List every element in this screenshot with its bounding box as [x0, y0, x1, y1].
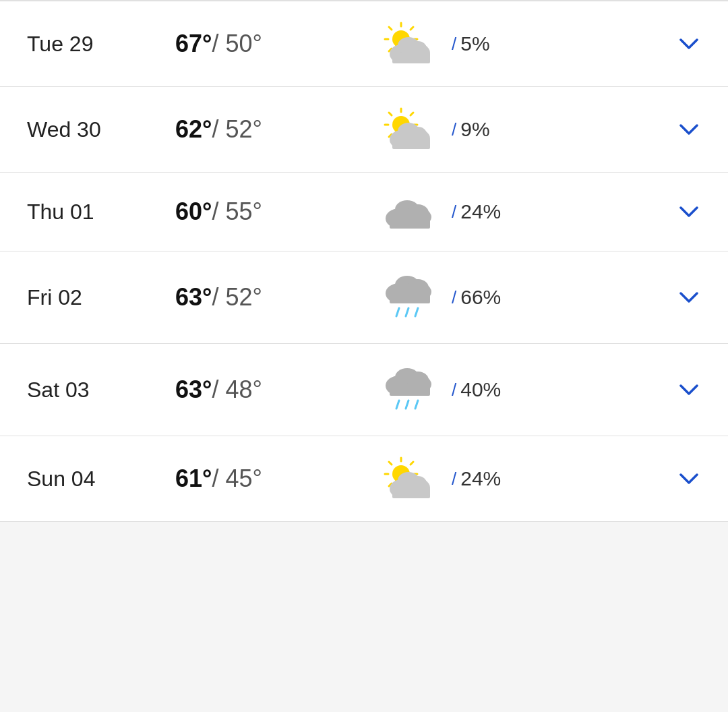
temp-range: 67°/ 50° — [175, 30, 364, 58]
svg-rect-45 — [390, 384, 430, 396]
day-label: Fri 02 — [27, 285, 175, 310]
temp-range: 62°/ 52° — [175, 115, 364, 144]
weather-row[interactable]: Tue 29 67°/ 50° — [0, 1, 728, 87]
svg-line-40 — [415, 308, 418, 316]
raindrop-icon: / — [452, 469, 456, 489]
weather-icon — [364, 20, 452, 67]
precip-value: 9% — [460, 118, 489, 141]
expand-chevron[interactable] — [559, 117, 701, 142]
svg-rect-27 — [392, 138, 430, 149]
weather-row[interactable]: Fri 02 63°/ 52° / 66% — [0, 251, 728, 344]
raindrop-icon: / — [452, 202, 456, 222]
precip-chance: / 9% — [452, 118, 559, 141]
svg-line-5 — [389, 27, 392, 30]
temp-high: 63° — [175, 283, 212, 311]
precip-chance: / 24% — [452, 467, 559, 490]
temp-low: 52° — [225, 115, 262, 143]
precip-chance: / 5% — [452, 32, 559, 55]
weather-icon — [364, 455, 452, 502]
day-label: Wed 30 — [27, 117, 175, 142]
temp-high: 63° — [175, 376, 212, 403]
svg-line-48 — [415, 400, 418, 409]
temp-low: 48° — [225, 376, 262, 403]
weather-icon — [364, 106, 452, 153]
precip-value: 40% — [460, 378, 501, 401]
svg-line-21 — [411, 113, 413, 115]
svg-rect-62 — [392, 487, 430, 498]
precip-chance: / 40% — [452, 378, 559, 401]
weather-row[interactable]: Wed 30 62°/ 52° — [0, 87, 728, 173]
expand-chevron[interactable] — [559, 467, 701, 491]
raindrop-icon: / — [452, 34, 456, 55]
weather-row[interactable]: Sat 03 63°/ 48° / 40% — [0, 344, 728, 436]
temp-high: 60° — [175, 198, 212, 225]
weather-row[interactable]: Sun 04 61°/ 45° — [0, 436, 728, 522]
svg-line-56 — [411, 462, 413, 465]
day-label: Sun 04 — [27, 467, 175, 492]
svg-line-7 — [411, 27, 413, 30]
weather-icon — [364, 363, 452, 417]
temp-range: 60°/ 55° — [175, 198, 364, 226]
raindrop-icon: / — [452, 287, 456, 308]
expand-chevron[interactable] — [559, 378, 701, 402]
expand-chevron[interactable] — [559, 200, 701, 224]
raindrop-icon: / — [452, 119, 456, 140]
expand-chevron[interactable] — [559, 285, 701, 309]
precip-chance: / 24% — [452, 200, 559, 223]
svg-line-46 — [396, 400, 399, 409]
weather-forecast-list: Tue 29 67°/ 50° — [0, 0, 728, 522]
weather-icon — [364, 191, 452, 232]
weather-icon — [364, 270, 452, 324]
temp-low: 52° — [225, 283, 262, 311]
precip-chance: / 66% — [452, 286, 559, 309]
weather-row[interactable]: Thu 01 60°/ 55° / 24% — [0, 173, 728, 251]
temp-high: 61° — [175, 465, 212, 492]
svg-line-19 — [389, 113, 392, 115]
raindrop-icon: / — [452, 380, 456, 400]
precip-value: 5% — [460, 32, 489, 55]
temp-range: 63°/ 48° — [175, 376, 364, 404]
svg-line-38 — [396, 308, 399, 316]
temp-low: 50° — [225, 30, 262, 57]
temp-range: 61°/ 45° — [175, 465, 364, 493]
day-label: Tue 29 — [27, 32, 175, 57]
day-label: Thu 01 — [27, 200, 175, 225]
temp-high: 62° — [175, 115, 212, 143]
svg-rect-13 — [392, 53, 430, 63]
temp-low: 45° — [225, 465, 262, 492]
svg-line-39 — [406, 308, 408, 316]
precip-value: 24% — [460, 467, 501, 490]
temp-low: 55° — [225, 198, 262, 225]
precip-value: 66% — [460, 286, 501, 309]
expand-chevron[interactable] — [559, 32, 701, 56]
svg-rect-37 — [390, 292, 430, 303]
svg-line-47 — [406, 400, 408, 409]
temp-range: 63°/ 52° — [175, 283, 364, 312]
svg-line-54 — [389, 462, 392, 465]
precip-value: 24% — [460, 200, 501, 223]
svg-rect-32 — [390, 217, 430, 229]
temp-high: 67° — [175, 30, 212, 57]
day-label: Sat 03 — [27, 378, 175, 403]
